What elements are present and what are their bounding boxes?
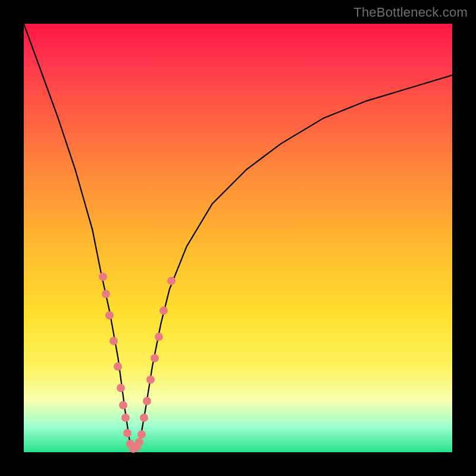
data-dot	[129, 444, 137, 453]
data-dot	[140, 414, 148, 422]
plot-area	[24, 24, 452, 452]
data-dot	[155, 333, 163, 341]
data-dot	[123, 429, 131, 437]
data-dot	[119, 401, 127, 409]
data-dot	[151, 354, 159, 362]
data-dot	[102, 290, 110, 298]
data-dot	[121, 414, 130, 422]
data-dot	[159, 306, 168, 315]
data-dot	[105, 311, 114, 320]
data-dot	[146, 375, 155, 384]
data-dot	[137, 430, 146, 439]
watermark-text: TheBottleneck.com	[353, 5, 468, 20]
data-dot	[109, 337, 118, 345]
data-dot	[117, 384, 125, 392]
data-dot	[143, 397, 151, 405]
chart-frame: TheBottleneck.com	[0, 0, 476, 476]
data-dot	[135, 438, 143, 446]
data-dot	[133, 443, 141, 451]
data-dot	[167, 277, 176, 285]
bottleneck-curve	[24, 24, 452, 452]
data-dot	[114, 362, 122, 371]
data-dot	[99, 273, 107, 281]
data-dot	[126, 440, 134, 448]
